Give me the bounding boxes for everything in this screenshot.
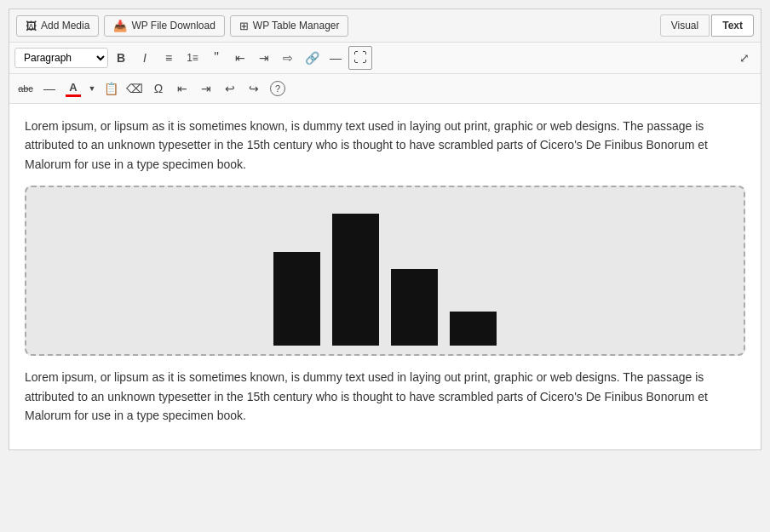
paragraph-2: Lorem ipsum, or lipsum as it is sometime… — [25, 368, 745, 425]
wp-table-manager-label: WP Table Manager — [253, 20, 340, 31]
unordered-list-icon: ≡ — [165, 51, 172, 65]
undo-icon: ↩ — [225, 82, 235, 95]
blockquote-button[interactable]: " — [205, 47, 227, 69]
outdent-button[interactable]: ⇤ — [171, 77, 193, 100]
redo-button[interactable]: ↪ — [243, 77, 265, 100]
format-toolbar-row1: Paragraph Heading 1 Heading 2 Heading 3 … — [9, 43, 761, 74]
format-toolbar-row2: abc — A ▼ 📋 ⌫ Ω ⇤ ⇥ ↩ ↪ — [9, 74, 761, 104]
align-right-button[interactable]: ⇨ — [277, 47, 299, 69]
text-color-icon: A — [69, 81, 77, 94]
fullscreen-icon: ⛶ — [353, 50, 367, 66]
strikethrough-icon: abc — [18, 83, 33, 94]
align-center-button[interactable]: ⇥ — [253, 47, 275, 69]
horizontal-rule-button[interactable]: — — [325, 47, 347, 69]
paste-from-word-button[interactable]: 📋 — [100, 77, 122, 100]
help-icon: ? — [270, 81, 285, 96]
wp-table-manager-button[interactable]: ⊞ WP Table Manager — [230, 15, 349, 37]
wp-file-download-label: WP File Download — [131, 20, 215, 31]
omega-icon: Ω — [154, 82, 163, 95]
align-left-button[interactable]: ⇤ — [229, 47, 251, 69]
editor-wrapper: 🖼 Add Media 📥 WP File Download ⊞ WP Tabl… — [9, 9, 761, 450]
expand-button[interactable]: ⤢ — [733, 47, 756, 69]
fullscreen-button[interactable]: ⛶ — [348, 46, 372, 70]
expand-icon: ⤢ — [739, 51, 750, 65]
add-media-icon: 🖼 — [26, 20, 37, 32]
indent-button[interactable]: ⇥ — [195, 77, 217, 100]
bold-button[interactable]: B — [110, 47, 132, 69]
special-chars-button[interactable]: Ω — [147, 77, 170, 100]
bold-icon: B — [117, 51, 125, 65]
horizontal-rule-icon: — — [330, 51, 342, 65]
horizontal-line-button[interactable]: — — [38, 77, 60, 100]
outdent-icon: ⇤ — [177, 82, 187, 95]
text-color-button[interactable]: A — [62, 78, 84, 100]
help-button[interactable]: ? — [267, 77, 289, 100]
paragraph-1: Lorem ipsum, or lipsum as it is sometime… — [25, 117, 745, 174]
paragraph-select[interactable]: Paragraph Heading 1 Heading 2 Heading 3 … — [14, 48, 108, 68]
align-left-icon: ⇤ — [235, 51, 245, 65]
wp-file-download-button[interactable]: 📥 WP File Download — [104, 15, 224, 37]
bar-2 — [332, 214, 379, 346]
top-toolbar: 🖼 Add Media 📥 WP File Download ⊞ WP Tabl… — [9, 9, 761, 43]
italic-button[interactable]: I — [134, 47, 156, 69]
paste-icon: 📋 — [104, 82, 118, 95]
plugin-buttons: 🖼 Add Media 📥 WP File Download ⊞ WP Tabl… — [16, 15, 348, 37]
bar-4 — [450, 312, 497, 346]
eraser-icon: ⌫ — [126, 82, 143, 95]
text-tab[interactable]: Text — [711, 14, 754, 37]
color-indicator — [66, 94, 81, 97]
align-center-icon: ⇥ — [259, 51, 269, 65]
strikethrough-button[interactable]: abc — [14, 77, 37, 100]
wp-file-download-icon: 📥 — [113, 20, 127, 32]
color-picker-arrow[interactable]: ▼ — [86, 77, 98, 100]
editor-content[interactable]: Lorem ipsum, or lipsum as it is sometime… — [9, 104, 761, 449]
indent-icon: ⇥ — [201, 82, 211, 95]
align-right-icon: ⇨ — [283, 51, 293, 65]
add-media-label: Add Media — [41, 20, 89, 31]
redo-icon: ↪ — [249, 82, 259, 95]
wp-table-manager-icon: ⊞ — [239, 20, 249, 32]
link-icon: 🔗 — [305, 51, 319, 65]
ordered-list-button[interactable]: 1≡ — [181, 47, 204, 69]
horizontal-line-icon: — — [43, 82, 55, 95]
view-toggle: Visual Text — [660, 14, 754, 37]
ordered-list-icon: 1≡ — [187, 52, 198, 64]
bar-3 — [391, 269, 438, 346]
link-button[interactable]: 🔗 — [301, 47, 323, 69]
italic-icon: I — [143, 51, 147, 65]
add-media-button[interactable]: 🖼 Add Media — [16, 15, 99, 37]
chart-container — [25, 186, 745, 356]
clear-formatting-button[interactable]: ⌫ — [124, 77, 146, 100]
chevron-down-icon: ▼ — [89, 84, 96, 93]
bar-1 — [273, 252, 320, 346]
blockquote-icon: " — [214, 50, 219, 66]
visual-tab[interactable]: Visual — [660, 14, 710, 37]
unordered-list-button[interactable]: ≡ — [158, 47, 180, 69]
undo-button[interactable]: ↩ — [219, 77, 241, 100]
